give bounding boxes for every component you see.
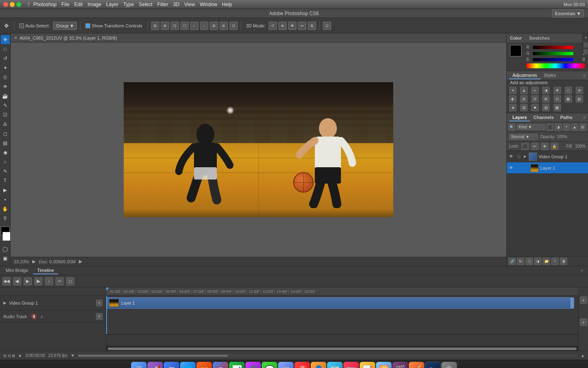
add-layer-style-btn[interactable]: fx: [517, 258, 524, 265]
eraser-tool[interactable]: ◻: [1, 129, 10, 138]
tab-timeline[interactable]: Timeline: [33, 267, 58, 274]
invert-icon[interactable]: ⊡: [554, 95, 561, 103]
auto-select-dropdown[interactable]: Group ▼: [53, 22, 77, 30]
screen-mode-tool[interactable]: ▣: [1, 254, 10, 263]
b-slider[interactable]: [533, 58, 573, 61]
dock-launchpad[interactable]: 🚀: [147, 362, 163, 368]
panel-collapse-handle[interactable]: ◄: [582, 34, 588, 54]
gradient-fill-icon[interactable]: ▥: [542, 104, 550, 111]
marquee-tool[interactable]: □: [1, 45, 10, 54]
selectivecolor-icon[interactable]: ◈: [509, 104, 517, 111]
zoom-tool[interactable]: ⚲: [1, 214, 10, 223]
track-video-group[interactable]: ▶ Video Group 1 +: [0, 296, 106, 310]
clone-tool[interactable]: ☑: [1, 110, 10, 119]
pattern-fill-icon[interactable]: ▩: [554, 104, 561, 111]
blur-tool[interactable]: ◉: [1, 148, 10, 157]
dock-garageband[interactable]: 🎸: [409, 362, 424, 368]
3d-extra-btn[interactable]: ⊡: [323, 22, 331, 30]
canvas-tab-close[interactable]: ✕: [14, 36, 17, 40]
playback-btn[interactable]: ▶: [79, 259, 82, 264]
g-slider[interactable]: [533, 52, 573, 55]
layer-link-2[interactable]: [516, 165, 521, 171]
minimize-button[interactable]: [10, 2, 15, 7]
colorbalance-icon[interactable]: ⊕: [576, 87, 583, 94]
transform-btn-8[interactable]: ⊕: [220, 22, 228, 30]
layer-visibility-eye-1[interactable]: 👁: [508, 154, 514, 159]
gradientmap-icon[interactable]: ▤: [520, 104, 528, 111]
pen-tool[interactable]: ✎: [1, 167, 10, 176]
levels-icon[interactable]: ▲: [520, 87, 528, 94]
close-button[interactable]: [3, 2, 8, 7]
posterize-icon[interactable]: ▦: [565, 95, 572, 103]
track-audio[interactable]: Audio Track 🔇 ♪ +: [0, 310, 106, 323]
quick-mask-tool[interactable]: ◯: [1, 245, 10, 254]
add-video-track-btn[interactable]: +: [580, 296, 587, 304]
dock-firefox[interactable]: 🦊: [196, 362, 212, 368]
timeline-clip-layer1[interactable]: Layer 1: [106, 297, 574, 309]
new-adjustment-btn[interactable]: ◑: [534, 258, 541, 265]
fill-value[interactable]: 100%: [575, 144, 586, 148]
lock-all-btn[interactable]: 🔒: [551, 143, 558, 150]
tab-channels[interactable]: Channels: [530, 114, 557, 121]
color-spectrum-bar[interactable]: [526, 63, 585, 68]
filter-type-btn[interactable]: T: [563, 123, 570, 131]
tab-adjustments[interactable]: Adjustments: [509, 72, 541, 79]
workspace-dropdown[interactable]: Essentials ▼: [552, 9, 584, 18]
colorlookup-icon[interactable]: ⊠: [542, 95, 550, 103]
filter-kind-dropdown[interactable]: Kind ▼: [517, 124, 545, 130]
path-select-tool[interactable]: ▶: [1, 186, 10, 195]
dock-iphoto[interactable]: 🌅: [376, 362, 392, 368]
add-mask-btn[interactable]: ◻: [526, 258, 533, 265]
menu-photoshop[interactable]: Photoshop: [33, 2, 56, 7]
blend-mode-dropdown[interactable]: Normal ▼: [509, 134, 538, 140]
solidcolor-icon[interactable]: ■: [531, 104, 539, 111]
layers-panel-menu[interactable]: ≡: [583, 115, 586, 120]
dodge-tool[interactable]: ○: [1, 157, 10, 166]
opacity-value[interactable]: 100%: [557, 135, 568, 139]
audio-settings-btn[interactable]: ♪: [40, 314, 43, 319]
zoom-in-btn[interactable]: ▲: [581, 353, 585, 358]
canvas-tab[interactable]: ✕ A004_C065_1012UV @ 33.3% (Layer 1, RGB…: [11, 34, 506, 43]
healing-tool[interactable]: ☕: [1, 92, 10, 101]
timeline-zoom-slider[interactable]: [78, 355, 577, 357]
timeline-scrollbar[interactable]: [106, 346, 578, 351]
filter-pixel-btn[interactable]: ⬛: [546, 123, 553, 131]
enable-btn[interactable]: ◻: [66, 277, 74, 285]
timeline-settings-btn[interactable]: ►: [18, 353, 22, 358]
menu-select[interactable]: Select: [139, 2, 152, 7]
dock-numbers[interactable]: 📊: [229, 362, 245, 368]
dock-imovie[interactable]: 🎬: [392, 362, 408, 368]
dock-safari[interactable]: 🌐: [180, 362, 196, 368]
brush-tool[interactable]: ✎: [1, 101, 10, 110]
menu-filter[interactable]: Filter: [157, 2, 168, 7]
playhead-marker[interactable]: [106, 287, 109, 291]
hand-tool[interactable]: ✋: [1, 204, 10, 213]
canvas-viewport[interactable]: [11, 43, 506, 257]
tab-paths[interactable]: Paths: [557, 114, 576, 121]
3d-rotate-btn[interactable]: ↺: [269, 22, 277, 30]
transform-btn-7[interactable]: ⊞: [210, 22, 218, 30]
canvas-nav-btn[interactable]: ▶: [32, 259, 36, 264]
swatches-panel-title[interactable]: Swatches: [529, 36, 550, 40]
filter-adjust-btn[interactable]: ◑: [555, 123, 561, 131]
dock-reminders[interactable]: 📝: [360, 362, 375, 368]
transform-btn-4[interactable]: ☐: [180, 22, 189, 30]
gradient-tool[interactable]: ▤: [1, 139, 10, 148]
3d-slide-btn[interactable]: ⇔: [298, 22, 306, 30]
filter-smart-btn[interactable]: ⊞: [579, 123, 586, 131]
add-layer-to-group-btn[interactable]: +: [96, 300, 102, 306]
dock-mail[interactable]: ✉: [278, 362, 294, 368]
auto-select-checkbox[interactable]: Auto-Select:: [18, 22, 51, 29]
history-tool[interactable]: ♳: [1, 120, 10, 129]
cut-btn[interactable]: ✂: [56, 277, 64, 285]
vibrance-icon[interactable]: ❋: [554, 87, 561, 94]
background-color[interactable]: [2, 232, 11, 241]
move-tool[interactable]: ✥: [1, 35, 10, 44]
timeline-clip-area[interactable]: Layer 1: [106, 296, 578, 334]
audio-mute-btn[interactable]: 🔇: [31, 314, 37, 319]
transform-btn-3[interactable]: ⊡: [171, 22, 179, 30]
show-transform-controls-checkbox[interactable]: Show Transform Controls: [84, 22, 144, 29]
maximize-button[interactable]: [16, 2, 21, 7]
dock-messages[interactable]: 💬: [262, 362, 277, 368]
filter-kind-btn[interactable]: 🔍: [508, 123, 515, 131]
